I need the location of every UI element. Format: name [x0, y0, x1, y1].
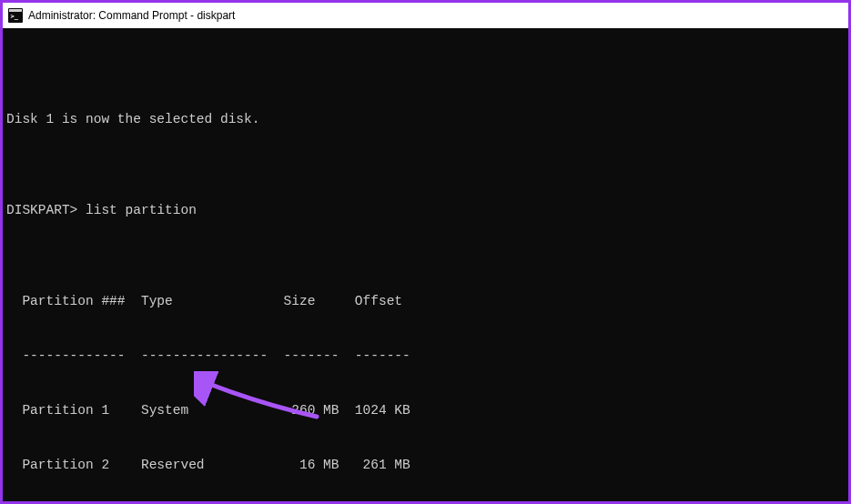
- table-row: Partition 1 System 260 MB 1024 KB: [6, 401, 845, 419]
- table-row: Partition 2 Reserved 16 MB 261 MB: [6, 456, 845, 474]
- terminal-line: DISKPART> list partition: [6, 201, 845, 219]
- titlebar[interactable]: >_ Administrator: Command Prompt - diskp…: [3, 3, 848, 28]
- terminal-line: Disk 1 is now the selected disk.: [6, 110, 845, 128]
- table-divider: ------------- ---------------- ------- -…: [6, 347, 845, 365]
- svg-rect-1: [9, 9, 22, 12]
- terminal-output[interactable]: Disk 1 is now the selected disk. DISKPAR…: [3, 28, 848, 501]
- cmd-icon: >_: [8, 8, 23, 23]
- window-title: Administrator: Command Prompt - diskpart: [28, 9, 235, 22]
- command-prompt-window: >_ Administrator: Command Prompt - diskp…: [3, 3, 848, 501]
- svg-text:>_: >_: [11, 13, 19, 20]
- table-header: Partition ### Type Size Offset: [6, 292, 845, 310]
